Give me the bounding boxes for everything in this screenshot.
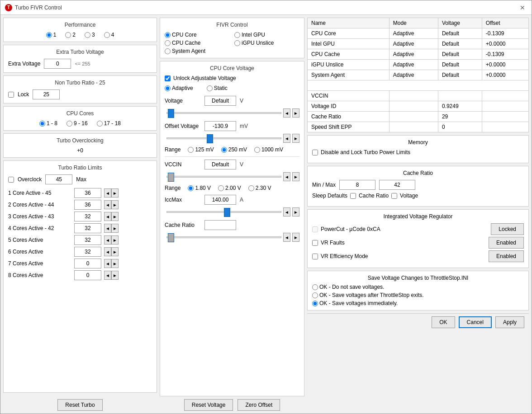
powercut-btn[interactable]: Locked xyxy=(491,223,524,235)
unlock-voltage-row: Unlock Adjustable Voltage xyxy=(165,75,299,81)
core-input[interactable] xyxy=(74,212,101,221)
perf-radio-2[interactable]: 2 xyxy=(65,32,76,38)
cpu-cores-17-18[interactable]: 17 - 18 xyxy=(97,120,121,127)
vccin-range-180[interactable]: 1.80 V xyxy=(188,185,211,191)
vccin-range-200[interactable]: 2.00 V xyxy=(218,185,241,191)
unlock-voltage-checkbox[interactable] xyxy=(165,75,171,81)
table-row: 7 Cores Active ◄ ► xyxy=(8,259,152,268)
increment-btn[interactable]: ► xyxy=(111,271,119,280)
increment-btn[interactable]: ► xyxy=(111,235,119,245)
offset-input[interactable] xyxy=(204,121,236,131)
cache-ratio-max-input[interactable] xyxy=(379,180,415,190)
increment-btn[interactable]: ► xyxy=(111,188,119,198)
fivr-intel-gpu[interactable]: Intel GPU xyxy=(234,32,299,38)
perf-radio-1[interactable]: 1 xyxy=(46,32,57,38)
ivr-row-vr-faults: VR Faults Enabled xyxy=(312,237,524,249)
cpu-cores-1-8[interactable]: 1 - 8 xyxy=(39,120,57,127)
disable-lock-checkbox[interactable] xyxy=(312,150,318,155)
vccin-range-230[interactable]: 2.30 V xyxy=(248,185,271,191)
fivr-igpu-unslice[interactable]: iGPU Unslice xyxy=(234,40,299,46)
zero-offset-button[interactable]: Zero Offset xyxy=(238,399,280,411)
vccin-decrement[interactable]: ◄ xyxy=(283,172,290,181)
cache-ratio-increment[interactable]: ► xyxy=(292,233,299,242)
extra-voltage-input[interactable] xyxy=(44,59,71,69)
core-input[interactable] xyxy=(74,235,101,245)
decrement-btn[interactable]: ◄ xyxy=(104,224,111,233)
offset-slider-track xyxy=(166,137,281,139)
decrement-btn[interactable]: ◄ xyxy=(104,200,111,209)
decrement-btn[interactable]: ◄ xyxy=(104,259,111,268)
core-input[interactable] xyxy=(74,200,101,210)
cache-ratio-min-input[interactable] xyxy=(339,180,375,190)
decrement-btn[interactable]: ◄ xyxy=(104,247,111,256)
decrement-btn[interactable]: ◄ xyxy=(104,212,111,221)
offset-slider-thumb[interactable] xyxy=(207,134,213,143)
iccmax-slider-thumb[interactable] xyxy=(224,208,230,217)
decrement-btn[interactable]: ◄ xyxy=(104,235,111,245)
vr-efficiency-checkbox[interactable] xyxy=(312,254,318,259)
vr-faults-btn[interactable]: Enabled xyxy=(489,237,524,249)
sleep-defaults-row: Sleep Defaults Cache Ratio Voltage xyxy=(312,193,524,199)
increment-btn[interactable]: ► xyxy=(111,259,119,268)
range-1000mv[interactable]: 1000 mV xyxy=(254,146,283,153)
iccmax-input[interactable] xyxy=(204,195,236,205)
increment-btn[interactable]: ► xyxy=(111,212,119,221)
offset-increment[interactable]: ► xyxy=(292,134,299,143)
table-row: 6 Cores Active ◄ ► xyxy=(8,247,152,257)
sleep-cache-ratio-checkbox[interactable] xyxy=(350,193,356,199)
fivr-cpu-core[interactable]: CPU Core xyxy=(165,32,230,38)
reset-turbo-row: Reset Turbo xyxy=(3,399,157,411)
save-immediately[interactable]: OK - Save voltages immediately. xyxy=(312,300,524,306)
perf-radio-4[interactable]: 4 xyxy=(104,32,114,38)
save-after-exit[interactable]: OK - Save voltages after ThrottleStop ex… xyxy=(312,292,524,298)
increment-btn[interactable]: ► xyxy=(111,224,119,233)
vr-efficiency-btn[interactable]: Enabled xyxy=(489,250,524,262)
voltage-increment[interactable]: ► xyxy=(292,108,299,118)
voltage-slider-thumb[interactable] xyxy=(168,109,174,118)
fivr-cpu-cache[interactable]: CPU Cache xyxy=(165,40,230,46)
core-input[interactable] xyxy=(74,188,101,198)
mode-static[interactable]: Static xyxy=(207,85,228,91)
decrement-btn[interactable]: ◄ xyxy=(104,271,111,280)
core-input[interactable] xyxy=(74,247,101,257)
col-offset: Offset xyxy=(482,18,528,28)
lock-checkbox[interactable] xyxy=(8,92,14,98)
vr-faults-checkbox[interactable] xyxy=(312,240,318,246)
core-input[interactable] xyxy=(74,223,101,233)
ok-button[interactable]: OK xyxy=(432,316,455,328)
cache-ratio-input[interactable] xyxy=(204,220,236,230)
save-no[interactable]: OK - Do not save voltages. xyxy=(312,284,524,290)
iccmax-increment[interactable]: ► xyxy=(292,207,299,216)
vccin-increment[interactable]: ► xyxy=(292,172,299,181)
powercut-checkbox[interactable] xyxy=(312,226,318,232)
increment-btn[interactable]: ► xyxy=(111,200,119,209)
vccin-input[interactable] xyxy=(204,160,236,169)
apply-button[interactable]: Apply xyxy=(495,316,524,328)
fivr-system-agent[interactable]: System Agent xyxy=(165,48,230,54)
sleep-voltage-checkbox[interactable] xyxy=(391,193,397,199)
voltage-decrement[interactable]: ◄ xyxy=(283,108,290,118)
close-button[interactable]: ✕ xyxy=(518,3,527,12)
cache-ratio-decrement[interactable]: ◄ xyxy=(283,233,290,242)
overclock-checkbox[interactable] xyxy=(8,177,14,183)
vr-efficiency-label: VR Efficiency Mode xyxy=(321,253,368,259)
range-125mv[interactable]: 125 mV xyxy=(188,146,214,153)
cancel-button[interactable]: Cancel xyxy=(459,316,492,328)
offset-decrement[interactable]: ◄ xyxy=(283,134,290,143)
core-input[interactable] xyxy=(74,270,101,280)
cpu-cores-9-16[interactable]: 9 - 16 xyxy=(66,120,88,127)
max-value-input[interactable] xyxy=(45,174,72,184)
reset-voltage-button[interactable]: Reset Voltage xyxy=(184,399,233,411)
non-turbo-value[interactable] xyxy=(33,89,60,99)
mode-adaptive[interactable]: Adaptive xyxy=(165,85,193,91)
vccin-slider-thumb[interactable] xyxy=(168,173,174,182)
perf-radio-3[interactable]: 3 xyxy=(85,32,95,38)
increment-btn[interactable]: ► xyxy=(111,247,119,256)
range-250mv[interactable]: 250 mV xyxy=(221,146,247,153)
decrement-btn[interactable]: ◄ xyxy=(104,188,111,198)
iccmax-decrement[interactable]: ◄ xyxy=(283,207,290,216)
voltage-input[interactable] xyxy=(204,96,236,106)
cache-ratio-slider-thumb[interactable] xyxy=(168,233,174,242)
core-input[interactable] xyxy=(74,259,101,268)
reset-turbo-button[interactable]: Reset Turbo xyxy=(57,399,102,411)
